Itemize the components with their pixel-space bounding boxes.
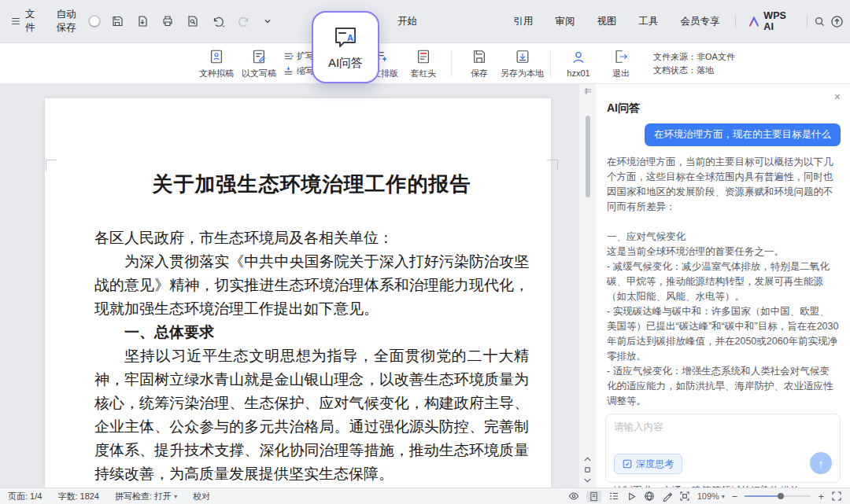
ai-qa-spotlight-button[interactable]: AI AI问答	[312, 11, 379, 83]
edit-pen-icon[interactable]	[662, 491, 672, 502]
condense-writing-button[interactable]: 缩写	[283, 65, 314, 77]
search-icon[interactable]	[811, 13, 828, 30]
status-bar: 页面: 1/4 字数: 1824 拼写检查: 打开 ▾ 校对	[0, 487, 850, 504]
red-header-doc-icon	[416, 48, 431, 65]
divider	[735, 15, 736, 28]
ai-panel-title: AI问答	[607, 101, 640, 116]
tab-gongju[interactable]: 工具	[627, 0, 669, 43]
chevron-down-icon: ▾	[174, 493, 177, 500]
zoom-slider[interactable]	[745, 495, 811, 497]
document-heading: 一、总体要求	[94, 321, 529, 344]
zoom-out-button[interactable]: −	[732, 491, 738, 502]
reading-mode-icon[interactable]	[568, 491, 579, 502]
document-page[interactable]: 关于加强生态环境治理工作的报告 各区人民政府，市生态环境局及各相关单位： 为深入…	[45, 98, 551, 487]
spellcheck-status[interactable]: 拼写检查: 打开 ▾	[115, 491, 177, 502]
condense-lines-icon	[283, 66, 294, 76]
save-as-local-button[interactable]: 另存为本地	[501, 45, 544, 83]
ai-input-field[interactable]	[614, 421, 832, 452]
ai-chat-bubble-icon: AI	[331, 24, 360, 51]
zoom-slider-handle[interactable]	[778, 493, 784, 499]
deep-think-icon	[623, 459, 632, 469]
toolbar-collapse-chevron-icon[interactable]	[261, 14, 275, 28]
file-source-value: 非OA文件	[697, 52, 735, 61]
scrollbar-thumb[interactable]	[586, 116, 590, 197]
download-box-icon	[515, 48, 530, 65]
document-paragraph: 各区人民政府，市生态环境局及各相关单位：	[94, 226, 529, 250]
word-count[interactable]: 字数: 1824	[57, 491, 99, 502]
wps-window: 文件 自动保存	[0, 0, 850, 504]
close-icon[interactable]: ×	[831, 87, 844, 106]
account-button[interactable]: hzx01	[557, 45, 600, 83]
print-preview-icon[interactable]	[184, 13, 201, 30]
fit-page-icon[interactable]	[679, 491, 690, 502]
fullscreen-icon[interactable]	[831, 491, 842, 502]
chevron-down-icon: ▾	[722, 493, 725, 500]
expand-lines-icon	[283, 51, 294, 61]
ruler-toggle-icon[interactable]	[584, 87, 592, 95]
outline-mode-icon[interactable]	[608, 491, 619, 502]
red-header-button[interactable]: 套红头	[402, 45, 445, 83]
page-mode-icon[interactable]	[586, 491, 601, 502]
file-info-block: 文件来源：非OA文件 文档状态：落地	[653, 50, 735, 77]
proofread-button[interactable]: 校对	[193, 491, 210, 502]
zoom-level[interactable]: 109% ▾	[697, 491, 725, 501]
export-pdf-icon[interactable]	[134, 13, 151, 30]
expand-writing-button[interactable]: 扩写	[283, 50, 314, 62]
file-menu-label: 文件	[25, 8, 35, 35]
upload-cloud-icon[interactable]	[828, 13, 846, 31]
ai-answer-intro: 在环境治理方面，当前的主要目标可以概括为以下几个方面，这些目标在全球范围内具有普…	[607, 155, 839, 215]
ai-answer-line: - 减缓气候变化：减少温室气体排放，特别是二氧化碳、甲烷等，推动能源结构转型，发…	[607, 259, 839, 304]
undo-icon[interactable]	[209, 13, 227, 30]
tab-shenyue[interactable]: 审阅	[544, 0, 586, 43]
zoom-in-button[interactable]: +	[818, 491, 824, 502]
document-canvas[interactable]: 关于加强生态环境治理工作的报告 各区人民政府，市生态环境局及各相关单位： 为深入…	[0, 84, 578, 487]
divider	[451, 50, 452, 77]
prev-page-icon[interactable]	[584, 466, 591, 473]
deep-think-label: 深度思考	[636, 458, 674, 471]
ribbon-toolbar: 文种拟稿 以文写稿 扩写 缩写	[0, 43, 850, 84]
ai-qa-button-label: AI问答	[328, 56, 363, 71]
save-button[interactable]: 保存	[458, 45, 501, 83]
svg-text:AI: AI	[347, 33, 356, 42]
file-menu-button[interactable]: 文件	[8, 6, 38, 37]
ai-qa-panel: × AI问答 在环境治理方面，现在的主要目标是什么 在环境治理方面，当前的主要目…	[596, 84, 850, 487]
margin-mark	[46, 160, 57, 171]
tab-huiyuan[interactable]: 会员专享	[669, 0, 730, 43]
deep-think-button[interactable]: 深度思考	[614, 454, 682, 474]
autosave-toggle[interactable]	[88, 15, 101, 28]
send-arrow-icon: ↑	[818, 457, 824, 470]
web-layout-icon[interactable]	[644, 491, 655, 502]
tab-wps-ai[interactable]: WPS AI	[741, 10, 801, 32]
draft-by-doctype-button[interactable]: 文种拟稿	[195, 45, 238, 83]
send-button[interactable]: ↑	[810, 452, 832, 474]
doc-pencil-icon	[251, 48, 267, 65]
tab-shitu[interactable]: 视图	[586, 0, 627, 43]
margin-mark	[547, 160, 558, 171]
document-paragraph: 坚持以习近平生态文明思想为指导，全面贯彻党的二十大精神，牢固树立绿水青山就是金山…	[94, 344, 529, 486]
ai-answer-line: - 适应气候变化：增强生态系统和人类社会对气候变化的适应能力，如防洪抗旱、海岸防…	[607, 364, 839, 409]
file-status-value: 落地	[697, 65, 714, 75]
ribbon-tabs: 公文辅助 开始 引用 审阅 视图 工具 会员专享 WPS AI	[325, 0, 828, 43]
ai-input-box[interactable]: 深度思考 ↑	[605, 414, 841, 483]
save-icon[interactable]	[109, 13, 126, 30]
file-status-label: 文档状态：	[653, 65, 697, 75]
slideshow-icon[interactable]	[626, 491, 637, 502]
ai-answer-line: - 实现碳达峰与碳中和：许多国家（如中国、欧盟、美国等）已提出“碳达峰”和“碳中…	[607, 304, 839, 364]
tab-yinyong[interactable]: 引用	[502, 0, 544, 43]
ai-answer-line: 这是当前全球环境治理的首要任务之一。	[607, 245, 839, 259]
user-icon	[571, 49, 586, 66]
document-paragraph: 为深入贯彻落实《中共中央国务院关于深入打好污染防治攻坚战的意见》精神，切实推进生…	[94, 250, 529, 321]
scroll-down-icon[interactable]	[584, 478, 591, 483]
divider	[550, 50, 551, 77]
exit-button[interactable]: 退出	[600, 45, 642, 83]
tab-kaishi[interactable]: 开始	[386, 0, 428, 43]
write-from-doc-button[interactable]: 以文写稿	[238, 45, 280, 83]
exit-door-icon	[613, 48, 629, 65]
doc-person-icon	[209, 48, 224, 65]
scroll-up-icon[interactable]	[584, 457, 591, 462]
page-indicator[interactable]: 页面: 1/4	[8, 491, 42, 502]
print-icon[interactable]	[159, 13, 176, 30]
user-message-bubble: 在环境治理方面，现在的主要目标是什么	[645, 123, 841, 146]
document-scrollbar[interactable]	[578, 84, 596, 487]
redo-icon[interactable]	[235, 13, 253, 30]
